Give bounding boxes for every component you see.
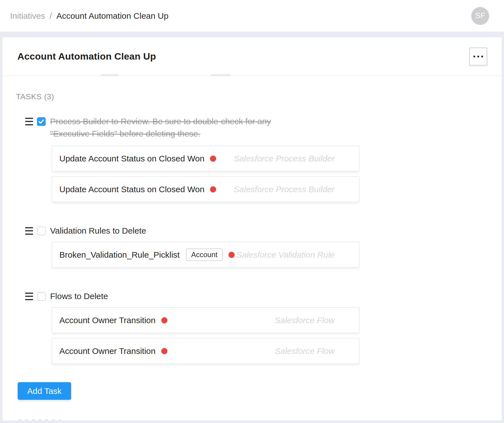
breadcrumb-separator: / xyxy=(50,11,52,21)
page-title: Account Automation Clean Up xyxy=(17,51,156,62)
drag-handle-icon[interactable] xyxy=(25,293,33,300)
item-type-label: Salesforce Flow xyxy=(275,316,335,325)
item-name: Account Owner Transition xyxy=(59,346,156,356)
divider-notch xyxy=(101,74,118,76)
task-items: Account Owner Transition Salesforce Flow… xyxy=(52,307,502,364)
task-group: Validation Rules to Delete Broken_Valida… xyxy=(16,225,502,268)
object-badge: Account xyxy=(186,248,223,261)
status-dot-icon xyxy=(210,156,216,162)
item-name: Update Account Status on Closed Won xyxy=(59,185,204,194)
item-type-label: Salesforce Validation Rule xyxy=(236,250,335,260)
overflow-menu-icon xyxy=(473,56,483,57)
task-item-card[interactable]: Update Account Status on Closed Won Sale… xyxy=(52,145,360,171)
task-items: Update Account Status on Closed Won Sale… xyxy=(52,145,502,202)
drag-handle-icon[interactable] xyxy=(25,227,33,235)
card-header: Account Automation Clean Up xyxy=(3,37,502,76)
status-dot-icon xyxy=(161,317,167,323)
task-title[interactable]: Flows to Delete xyxy=(50,290,108,302)
task-row: Flows to Delete xyxy=(16,290,502,302)
task-title[interactable]: Validation Rules to Delete xyxy=(50,225,146,237)
avatar[interactable]: SF xyxy=(471,7,489,25)
item-name: Account Owner Transition xyxy=(59,316,156,325)
task-item-card[interactable]: Broken_Validation_Rule_Picklist Account … xyxy=(52,242,360,268)
task-group: Process Builder to Review. Be sure to do… xyxy=(16,115,502,202)
card-body: TASKS (3) Process Builder to Review. Be … xyxy=(3,76,502,400)
breadcrumb: Initiatives / Account Automation Clean U… xyxy=(10,11,169,21)
status-dot-icon xyxy=(228,252,235,258)
initiative-card: Account Automation Clean Up TASKS (3) xyxy=(3,37,502,420)
breadcrumb-current-page: Account Automation Clean Up xyxy=(56,11,168,21)
drag-handle-icon[interactable] xyxy=(25,118,33,125)
item-type-label: Salesforce Process Builder xyxy=(234,154,335,163)
task-title[interactable]: Process Builder to Review. Be sure to do… xyxy=(50,115,312,140)
status-dot-icon xyxy=(161,348,167,354)
task-checkbox-unchecked[interactable] xyxy=(37,227,46,235)
task-row: Validation Rules to Delete xyxy=(16,225,502,237)
task-item-card[interactable]: Account Owner Transition Salesforce Flow xyxy=(52,307,360,333)
tasks-section-header: TASKS (3) xyxy=(16,92,502,101)
item-name: Broken_Validation_Rule_Picklist xyxy=(59,250,180,260)
task-checkbox-checked[interactable] xyxy=(37,117,46,126)
task-item-card[interactable]: Account Owner Transition Salesforce Flow xyxy=(52,338,360,364)
divider-notch xyxy=(211,74,230,76)
status-dot-icon xyxy=(210,186,216,192)
breadcrumb-initiatives-link[interactable]: Initiatives xyxy=(10,11,45,21)
overflow-menu-button[interactable] xyxy=(469,48,487,65)
page-background: Account Automation Clean Up TASKS (3) xyxy=(0,32,504,423)
task-group: Flows to Delete Account Owner Transition… xyxy=(16,290,502,364)
top-bar: Initiatives / Account Automation Clean U… xyxy=(0,0,504,32)
task-item-card[interactable]: Update Account Status on Closed Won Sale… xyxy=(52,176,360,202)
item-type-label: Salesforce Process Builder xyxy=(234,185,335,194)
clipped-section-text xyxy=(18,419,60,420)
task-checkbox-unchecked[interactable] xyxy=(37,292,46,301)
item-name: Update Account Status on Closed Won xyxy=(59,154,204,163)
checkmark-icon xyxy=(39,119,44,124)
task-items: Broken_Validation_Rule_Picklist Account … xyxy=(52,242,502,268)
task-row: Process Builder to Review. Be sure to do… xyxy=(16,115,502,140)
item-type-label: Salesforce Flow xyxy=(275,346,335,356)
add-task-button[interactable]: Add Task xyxy=(18,382,71,400)
